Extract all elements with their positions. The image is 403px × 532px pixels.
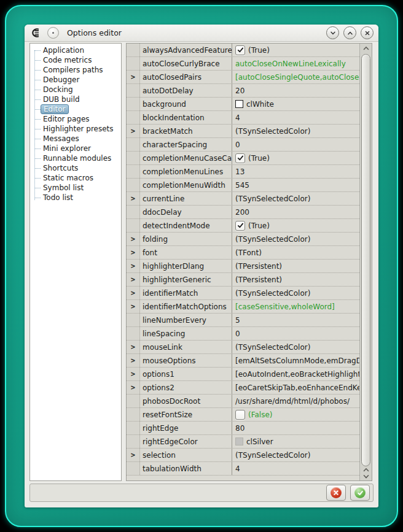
property-row[interactable]: characterSpacing0 [127,138,359,152]
property-value[interactable]: [caseSensitive,wholeWord] [232,300,359,313]
property-name[interactable]: alwaysAdvancedFeatures [140,44,232,56]
property-name[interactable]: rightEdgeColor [140,435,232,448]
sidebar-item-todo-list[interactable]: Todo list [30,193,121,202]
property-name[interactable]: blockIndentation [140,111,232,124]
property-value[interactable]: [eoAutoIndent,eoBracketHighlight [232,368,359,380]
expand-arrow-icon[interactable]: > [127,71,140,83]
property-value[interactable]: [eoCaretSkipTab,eoEnhanceEndKe [232,381,359,394]
property-value[interactable]: clWhite [232,98,359,110]
unshade-button[interactable] [343,26,356,39]
property-name[interactable]: resetFontSize [140,408,232,421]
property-name[interactable]: background [140,98,232,110]
property-row[interactable]: >identifierMatchOptions[caseSensitive,wh… [127,300,359,314]
sidebar-item-code-metrics[interactable]: Code metrics [30,55,121,65]
property-row[interactable]: lineSpacing0 [127,327,359,341]
property-name[interactable]: rightEdge [140,422,232,434]
property-row[interactable]: >font(TFont) [127,246,359,260]
sidebar-item-highlighter-presets[interactable]: Highlighter presets [30,124,121,134]
checkbox-unchecked-icon[interactable] [235,410,245,420]
property-name[interactable]: characterSpacing [140,138,232,151]
sidebar-item-docking[interactable]: Docking [30,85,121,94]
property-row[interactable]: completionMenuWidth545 [127,179,359,192]
property-name[interactable]: detectIndentMode [140,219,232,232]
property-name[interactable]: options1 [140,368,232,380]
property-row[interactable]: >folding(TSynSelectedColor) [127,233,359,246]
property-value[interactable]: [emAltSetsColumnMode,emDragDr [232,354,359,367]
property-value[interactable]: (TFont) [232,246,359,259]
expand-arrow-icon[interactable]: > [127,192,140,205]
property-row[interactable]: backgroundclWhite [127,98,359,111]
property-value[interactable]: 80 [232,422,359,434]
sidebar-item-runnable-modules[interactable]: Runnable modules [30,153,121,163]
property-row[interactable]: >identifierMatch(TSynSelectedColor) [127,287,359,300]
property-name[interactable]: mouseLink [140,341,232,353]
property-row[interactable]: ddocDelay200 [127,206,359,219]
property-row[interactable]: >selection(TSynSelectedColor) [127,449,359,462]
scroll-up2-icon[interactable] [360,467,372,472]
property-row[interactable]: >highlighterGeneric(TPersistent) [127,273,359,287]
property-name[interactable]: completionMenuCaseCare [140,152,232,164]
sidebar-item-compilers-paths[interactable]: Compilers paths [30,65,121,75]
expand-arrow-icon[interactable]: > [127,368,140,380]
property-row[interactable]: >autoClosedPairs[autoCloseSingleQuote,au… [127,71,359,84]
sidebar-item-static-macros[interactable]: Static macros [30,173,121,183]
property-value[interactable]: (TSynSelectedColor) [232,233,359,245]
property-value[interactable]: 4 [232,111,359,124]
property-name[interactable]: bracketMatch [140,125,232,137]
expand-arrow-icon[interactable]: > [127,449,140,461]
property-name[interactable]: selection [140,449,232,461]
property-value[interactable]: (True) [232,219,359,232]
property-value[interactable]: (False) [232,408,359,421]
property-name[interactable]: options2 [140,381,232,394]
property-row[interactable]: alwaysAdvancedFeatures(True) [127,44,359,57]
property-row[interactable]: rightEdge80 [127,422,359,435]
property-row[interactable]: rightEdgeColorclSilver [127,435,359,449]
property-name[interactable]: completionMenuWidth [140,179,232,191]
grid-scrollbar[interactable] [359,44,372,480]
property-row[interactable]: autoCloseCurlyBraceautoCloseOnNewLineLex… [127,57,359,71]
property-name[interactable]: identifierMatch [140,287,232,299]
property-row[interactable]: >mouseLink(TSynSelectedColor) [127,341,359,354]
sidebar-item-application[interactable]: Application [30,45,121,55]
accept-button[interactable] [350,485,370,501]
property-row[interactable]: blockIndentation4 [127,111,359,125]
property-value[interactable]: 4 [232,462,359,475]
sidebar-item-debugger[interactable]: Debugger [30,75,121,85]
sidebar-item-editor-pages[interactable]: Editor pages [30,114,121,124]
property-row[interactable]: >options1[eoAutoIndent,eoBracketHighligh… [127,368,359,381]
property-name[interactable]: ddocDelay [140,206,232,218]
checkbox-checked-icon[interactable] [235,153,245,163]
property-value[interactable]: (TSynSelectedColor) [232,287,359,299]
property-value[interactable]: 20 [232,84,359,97]
close-button[interactable] [361,26,374,39]
property-value[interactable]: [autoCloseSingleQuote,autoCloseD [232,71,359,83]
expand-arrow-icon[interactable]: > [127,341,140,353]
property-row[interactable]: >currentLine(TSynSelectedColor) [127,192,359,206]
checkbox-checked-icon[interactable] [235,221,245,231]
property-name[interactable]: folding [140,233,232,245]
scroll-down-icon[interactable] [360,474,372,479]
property-value[interactable]: (True) [232,152,359,164]
expand-arrow-icon[interactable]: > [127,354,140,367]
property-value[interactable]: 0 [232,327,359,340]
property-name[interactable]: highlighterDlang [140,260,232,272]
property-row[interactable]: completionMenuLines13 [127,165,359,179]
sidebar-item-shortcuts[interactable]: Shortcuts [30,163,121,173]
property-row[interactable]: lineNumberEvery5 [127,314,359,327]
property-value[interactable]: autoCloseOnNewLineLexically [232,57,359,70]
property-name[interactable]: mouseOptions [140,354,232,367]
property-value[interactable]: clSilver [232,435,359,448]
property-value[interactable]: 545 [232,179,359,191]
property-row[interactable]: >mouseOptions[emAltSetsColumnMode,emDrag… [127,354,359,368]
property-value[interactable]: 0 [232,138,359,151]
property-row[interactable]: tabulationWidth4 [127,462,359,476]
property-name[interactable]: currentLine [140,192,232,205]
scrollbar-thumb[interactable] [361,54,370,466]
property-row[interactable]: >options2[eoCaretSkipTab,eoEnhanceEndKe [127,381,359,395]
sidebar-item-editor[interactable]: Editor [30,104,121,114]
property-value[interactable]: (TSynSelectedColor) [232,125,359,137]
property-value[interactable]: (TSynSelectedColor) [232,341,359,353]
expand-arrow-icon[interactable]: > [127,381,140,394]
property-name[interactable]: tabulationWidth [140,462,232,475]
property-value[interactable]: (TSynSelectedColor) [232,449,359,461]
